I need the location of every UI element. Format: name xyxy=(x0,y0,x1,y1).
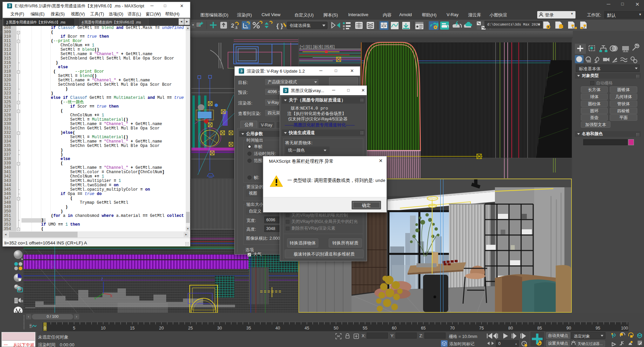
svg-text:创建选择集: 创建选择集 xyxy=(289,23,311,28)
svg-text:Z: Z xyxy=(101,277,103,281)
svg-text:60: 60 xyxy=(392,326,397,331)
svg-text:65: 65 xyxy=(421,326,426,331)
svg-text:2: 2 xyxy=(231,23,234,29)
svg-text:100: 100 xyxy=(621,326,628,331)
svg-text:30: 30 xyxy=(217,326,222,331)
svg-text:35: 35 xyxy=(246,326,251,331)
svg-text:20: 20 xyxy=(159,326,164,331)
svg-text:.5: .5 xyxy=(235,26,238,30)
svg-text:5: 5 xyxy=(73,326,75,331)
svg-text:X: X xyxy=(110,294,112,298)
svg-text:50: 50 xyxy=(334,326,338,331)
svg-text:45: 45 xyxy=(305,326,309,331)
svg-text:90: 90 xyxy=(566,326,571,331)
svg-text:95: 95 xyxy=(596,326,600,331)
svg-text:40: 40 xyxy=(275,326,280,331)
svg-text:70: 70 xyxy=(450,326,455,331)
svg-text:25: 25 xyxy=(188,326,193,331)
svg-text:10: 10 xyxy=(101,326,105,331)
svg-text:15: 15 xyxy=(130,326,135,331)
svg-text:85: 85 xyxy=(537,326,542,331)
svg-text:Y: Y xyxy=(94,297,96,301)
svg-text:0: 0 xyxy=(44,326,46,331)
svg-text:55: 55 xyxy=(363,326,367,331)
svg-text:{ }: { } xyxy=(276,22,283,29)
svg-text:[+] [前] [标准] [线框]: [+] [前] [标准] [线框] xyxy=(300,44,335,49)
svg-text:80: 80 xyxy=(508,326,513,331)
svg-text:75: 75 xyxy=(479,326,484,331)
